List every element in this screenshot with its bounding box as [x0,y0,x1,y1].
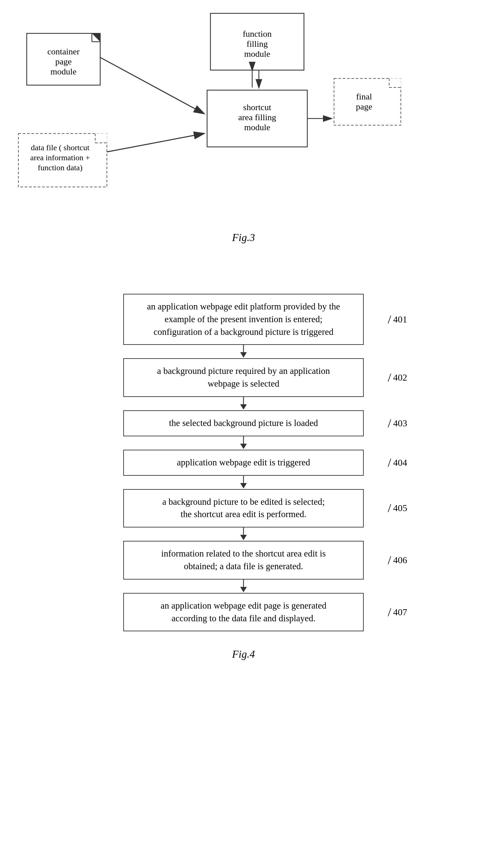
svg-rect-6 [334,79,401,125]
flow-arrow-4 [237,476,250,489]
svg-text:module: module [244,123,270,132]
svg-rect-0 [27,33,100,85]
flow-step-407: an application webpage edit page is gene… [123,593,364,632]
flow-box-402: a background picture required by an appl… [123,358,364,397]
svg-marker-1 [92,33,100,42]
svg-marker-47 [240,404,247,410]
svg-text:area filling: area filling [238,113,276,122]
svg-marker-55 [240,587,247,592]
flow-step-401: an application webpage edit platform pro… [123,294,364,345]
flow-arrow-1 [237,345,250,358]
flowchart: an application webpage edit platform pro… [0,287,487,638]
flow-label-407: / 407 [388,606,407,618]
flow-text-404: application webpage edit is triggered [177,457,310,467]
flow-box-404: application webpage edit is triggered [123,450,364,476]
svg-marker-9 [389,79,401,88]
svg-text:area information +: area information + [30,153,90,162]
svg-rect-12 [19,133,107,187]
flow-text-402: a background picture required by an appl… [157,366,330,389]
flow-text-407: an application webpage edit page is gene… [161,600,326,623]
flow-arrow-2 [237,397,250,410]
svg-marker-15 [95,133,107,143]
flow-text-403: the selected background picture is loade… [169,418,318,428]
svg-marker-53 [240,535,247,540]
flow-step-406: information related to the shortcut area… [123,541,364,580]
svg-text:module: module [244,49,270,59]
fig3-caption: Fig.3 [232,231,255,244]
fig4-section: an application webpage edit platform pro… [0,274,487,674]
svg-marker-51 [240,483,247,488]
flow-text-405: a background picture to be edited is sel… [162,497,325,520]
svg-text:function: function [243,29,272,39]
flow-step-404: application webpage edit is triggered / … [123,450,364,476]
svg-text:filling: filling [246,39,268,49]
flow-label-402: / 402 [388,372,407,383]
svg-text:container: container [48,47,80,56]
flow-box-403: the selected background picture is loade… [123,410,364,436]
svg-marker-49 [240,444,247,449]
flow-step-403: the selected background picture is loade… [123,410,364,436]
svg-rect-4 [210,13,304,70]
flow-arrow-5 [237,527,250,541]
fig4-caption: Fig.4 [0,648,487,674]
flow-box-407: an application webpage edit page is gene… [123,593,364,632]
flow-arrow-3 [237,436,250,450]
flow-box-405: a background picture to be edited is sel… [123,489,364,528]
page-container: container page module function filling m… [0,0,487,868]
flow-step-405: a background picture to be edited is sel… [123,489,364,528]
svg-text:page: page [356,102,372,112]
flow-label-401: / 401 [388,313,407,326]
flow-box-401: an application webpage edit platform pro… [123,294,364,345]
flow-label-404: / 404 [388,457,407,469]
svg-text:final: final [356,92,372,101]
svg-marker-45 [240,352,247,358]
flow-text-406: information related to the shortcut area… [161,549,326,571]
svg-text:function data): function data) [38,163,83,172]
svg-rect-5 [207,90,307,147]
flow-box-406: information related to the shortcut area… [123,541,364,580]
flow-step-402: a background picture required by an appl… [123,358,364,397]
svg-line-26 [107,133,204,152]
svg-line-25 [100,57,204,114]
svg-text:shortcut: shortcut [243,102,272,112]
svg-text:page: page [55,57,71,66]
flow-label-405: / 405 [388,502,407,514]
fig3-section: container page module function filling m… [0,0,487,254]
svg-text:data file ( shortcut: data file ( shortcut [31,143,90,152]
svg-text:module: module [51,67,77,76]
flow-arrow-6 [237,580,250,593]
flow-text-401: an application webpage edit platform pro… [147,302,340,337]
flow-label-406: / 406 [388,554,407,566]
flow-label-403: / 403 [388,417,407,429]
